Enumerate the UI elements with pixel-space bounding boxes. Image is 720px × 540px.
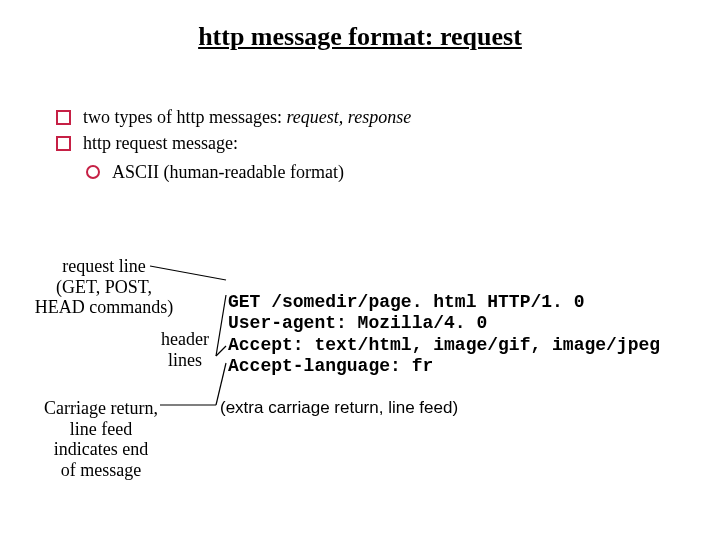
sub-bullet-1: ASCII (human-readable format) (86, 160, 680, 184)
sub-bullet-1-text: ASCII (human-readable format) (112, 160, 344, 184)
bullet-list: two types of http messages: request, res… (56, 105, 680, 184)
label-extra-crlf: (extra carriage return, line feed) (220, 398, 458, 418)
circle-bullet-icon (86, 165, 100, 179)
code-line-3: Accept: text/html, image/gif, image/jpeg (228, 335, 660, 355)
bullet-1-text: two types of http messages: request, res… (83, 105, 411, 129)
code-line-1: GET /somedir/page. html HTTP/1. 0 (228, 292, 584, 312)
bullet-2: http request message: (56, 131, 680, 155)
bullet-2-text: http request message: (83, 131, 238, 155)
bullet-1-prefix: two types of http messages: (83, 107, 286, 127)
http-message-block: GET /somedir/page. html HTTP/1. 0 User-a… (228, 270, 660, 378)
square-bullet-icon (56, 110, 71, 125)
bullet-1: two types of http messages: request, res… (56, 105, 680, 129)
code-line-2: User-agent: Mozilla/4. 0 (228, 313, 487, 333)
label-request-line: request line(GET, POST,HEAD commands) (24, 256, 184, 318)
bullet-1-emph: request, response (286, 107, 411, 127)
code-line-4: Accept-language: fr (228, 356, 433, 376)
label-carriage-return: Carriage return,line feedindicates endof… (26, 398, 176, 481)
square-bullet-icon (56, 136, 71, 151)
label-header-lines: headerlines (150, 329, 220, 370)
slide-title: http message format: request (0, 22, 720, 52)
